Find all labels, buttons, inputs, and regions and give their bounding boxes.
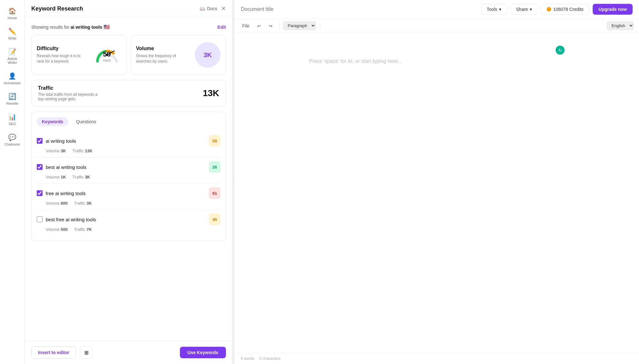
sidebar-item-article-writer[interactable]: 📝 Article Writer (2, 45, 23, 68)
traffic-value: 13K (203, 88, 219, 98)
keyword-checkbox-4[interactable] (37, 216, 42, 222)
flag-icon: 🇺🇸 (104, 24, 110, 30)
char-count: 0 characters (259, 356, 281, 361)
metrics-row: Difficulty Reveals how tough it is to ra… (31, 35, 226, 75)
extra-action-button[interactable]: ⊞ (80, 346, 93, 359)
difficulty-badge-3: 61 (209, 187, 220, 199)
credits-dot-icon (547, 7, 551, 11)
keyword-text-2: best ai writing tools (46, 164, 206, 170)
sidebar-item-write[interactable]: ✏️ Write (2, 24, 23, 43)
panel-footer: Insert to editor ⊞ Use Keywords (25, 341, 232, 364)
article-writer-icon: 📝 (8, 48, 16, 56)
tab-keywords[interactable]: Keywords (37, 117, 68, 126)
difficulty-card: Difficulty Reveals how tough it is to ra… (31, 35, 127, 75)
panel-header-actions: 📖 Docs ✕ (200, 5, 226, 12)
keyword-research-panel: Keyword Research 📖 Docs ✕ Showing result… (25, 0, 233, 364)
difficulty-badge-2: 26 (209, 161, 220, 173)
toolbar-separator-2 (320, 23, 320, 29)
sidebar-item-humanizer[interactable]: 👤 Humanizer (2, 69, 23, 88)
word-count: 0 words (241, 356, 254, 361)
chatsonic-icon: 💬 (8, 133, 16, 141)
keyword-checkbox-2[interactable] (37, 164, 42, 170)
keyword-checkbox-1[interactable] (37, 138, 42, 144)
tools-button[interactable]: Tools ▾ (481, 4, 507, 15)
chevron-down-icon: ▾ (499, 7, 501, 12)
file-button[interactable]: File (240, 22, 252, 30)
sidebar: 🏠 Home ✏️ Write 📝 Article Writer 👤 Human… (0, 0, 25, 364)
language-select[interactable]: English (607, 21, 634, 30)
editor-canvas: Press 'space' for AI, or start typing he… (309, 46, 565, 64)
keyword-item-2: best ai writing tools 26 Volume 1K Traff… (37, 157, 220, 184)
editor-placeholder: Press 'space' for AI, or start typing he… (309, 58, 565, 64)
keyword-item-3: free ai writing tools 61 Volume 800 Traf… (37, 184, 220, 210)
volume-title: Volume (136, 46, 184, 51)
keyword-text-1: ai writing tools (46, 138, 206, 144)
keyword-text-4: best free ai writing tools (46, 217, 206, 222)
volume-value: 3K (195, 42, 220, 68)
keyword-text-3: free ai writing tools (46, 191, 206, 196)
difficulty-label: Hard (103, 58, 111, 62)
undo-button[interactable]: ↩ (255, 22, 264, 30)
seo-icon: 📊 (8, 113, 16, 121)
traffic-description: The total traffic from all keywords a to… (38, 92, 102, 101)
difficulty-info: Difficulty Reveals how tough it is to ra… (37, 46, 85, 64)
keyword-checkbox-3[interactable] (37, 190, 42, 196)
paragraph-select[interactable]: Paragraph (283, 21, 316, 30)
toolbar-separator (279, 23, 279, 29)
insert-to-editor-button[interactable]: Insert to editor (31, 346, 76, 359)
upgrade-button[interactable]: Upgrade now (593, 4, 633, 15)
sidebar-item-label: Humanizer (4, 81, 21, 85)
sidebar-item-label: Write (8, 36, 16, 40)
panel-header: Keyword Research 📖 Docs ✕ (25, 0, 232, 18)
keyword-meta-4: Volume 500 Traffic 7K (37, 227, 220, 232)
humanizer-icon: 👤 (8, 72, 16, 80)
redo-button[interactable]: ↪ (266, 22, 275, 30)
sidebar-item-seo[interactable]: 📊 SEO (2, 110, 23, 129)
redo-icon: ↪ (269, 23, 273, 28)
editor-topbar: Tools ▾ Share ▾ 106078 Credits Upgrade n… (235, 0, 639, 19)
volume-info: Volume Shows the frequency of searches b… (136, 46, 184, 64)
share-button[interactable]: Share ▾ (511, 4, 537, 15)
write-icon: ✏️ (8, 27, 16, 35)
difficulty-badge-1: 59 (209, 135, 220, 147)
panel-body: Showing results for ai writing tools 🇺🇸 … (25, 18, 232, 341)
use-keywords-button[interactable]: Use Keywords (180, 347, 226, 358)
tab-questions[interactable]: Questions (71, 117, 101, 126)
sidebar-item-chatsonic[interactable]: 💬 Chatsonic (2, 130, 23, 149)
editor-footer: 0 words 0 characters (235, 353, 639, 364)
credits-button[interactable]: 106078 Credits (541, 4, 589, 15)
difficulty-value: 59 (103, 50, 111, 58)
sidebar-item-rewrite[interactable]: 🔄 Rewrite (2, 89, 23, 109)
difficulty-description: Reveals how tough it is to rank for a ke… (37, 53, 85, 64)
chevron-down-icon: ▾ (530, 7, 532, 12)
docs-button[interactable]: 📖 Docs (200, 6, 217, 11)
sidebar-item-label: Rewrite (6, 102, 18, 105)
keyword-item-4: best free ai writing tools 45 Volume 500… (37, 210, 220, 236)
difficulty-badge-4: 45 (209, 214, 220, 225)
document-title-input[interactable] (241, 6, 481, 12)
volume-description: Shows the frequency of searches by users… (136, 53, 184, 64)
panel-title: Keyword Research (31, 5, 83, 12)
volume-card: Volume Shows the frequency of searches b… (131, 35, 226, 75)
traffic-info: Traffic The total traffic from all keywo… (38, 85, 102, 101)
keyword-meta-2: Volume 1K Traffic 3K (37, 175, 220, 179)
sidebar-item-home[interactable]: 🏠 Home (2, 4, 23, 23)
difficulty-gauge: 59 Hard (93, 41, 121, 69)
sidebar-item-label: Article Writer (4, 57, 21, 64)
keywords-section: Keywords Questions ai writing tools 59 V… (31, 112, 226, 241)
keyword-meta-3: Volume 800 Traffic 3K (37, 201, 220, 206)
keyword-item-1: ai writing tools 59 Volume 3K Traffic 13… (37, 131, 220, 157)
edit-button[interactable]: Edit (218, 25, 226, 30)
traffic-title: Traffic (38, 85, 102, 91)
difficulty-title: Difficulty (37, 46, 85, 51)
panel-divider (233, 0, 235, 364)
sidebar-item-label: Chatsonic (4, 142, 20, 146)
sidebar-item-label: Home (8, 16, 17, 20)
ai-refresh-icon[interactable]: ↻ (556, 46, 565, 55)
rewrite-icon: 🔄 (8, 93, 16, 100)
editor-content[interactable]: Press 'space' for AI, or start typing he… (235, 33, 639, 353)
home-icon: 🏠 (8, 7, 16, 15)
editor-toolbar: File ↩ ↪ Paragraph English (235, 19, 639, 33)
close-button[interactable]: ✕ (221, 5, 226, 12)
tabs: Keywords Questions (37, 117, 220, 126)
